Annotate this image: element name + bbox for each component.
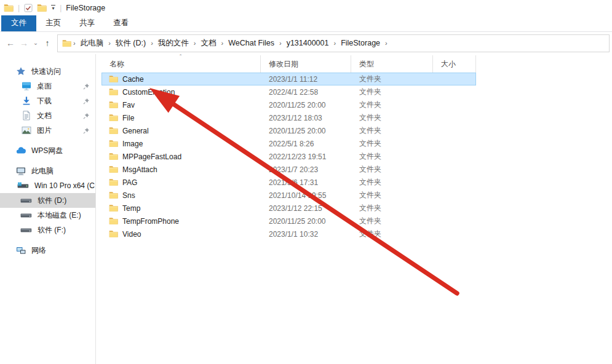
sidebar-item-pictures[interactable]: 图片: [0, 123, 95, 138]
file-list: Cache 2023/1/1 11:12 文件夹 CustomEmotion 2…: [101, 73, 476, 240]
file-row-sns[interactable]: Sns 2021/10/14 19:55 文件夹: [101, 189, 476, 202]
column-header-date[interactable]: 修改日期: [261, 55, 351, 73]
file-type: 文件夹: [351, 229, 433, 239]
file-row-tempfromphone[interactable]: TempFromPhone 2020/11/25 20:00 文件夹: [101, 215, 476, 228]
file-type: 文件夹: [351, 164, 433, 175]
file-name: TempFromPhone: [122, 217, 179, 226]
folder-icon: [109, 127, 118, 135]
file-name: Video: [122, 230, 141, 239]
file-type: 文件夹: [351, 138, 433, 149]
breadcrumb-item[interactable]: 文档: [197, 38, 221, 49]
file-row-general[interactable]: General 2020/11/25 20:00 文件夹: [101, 124, 476, 137]
column-header-type[interactable]: 类型: [351, 55, 433, 73]
file-date: 2020/11/25 20:00: [261, 127, 351, 135]
breadcrumb-item[interactable]: WeChat Files: [224, 39, 279, 47]
folder-icon: [109, 152, 118, 160]
file-row-pag[interactable]: PAG 2021/5/6 17:31 文件夹: [101, 176, 476, 189]
file-date: 2023/1/12 22:15: [261, 204, 351, 213]
tab-home[interactable]: 主页: [36, 15, 70, 31]
file-row-temp[interactable]: Temp 2023/1/12 22:15 文件夹: [101, 202, 476, 215]
file-row-fav[interactable]: Fav 2020/11/25 20:00 文件夹: [101, 98, 476, 111]
sidebar-item-drive-f[interactable]: 软件 (F:): [0, 223, 95, 237]
folder-icon: [109, 114, 118, 122]
cloud-icon: [16, 146, 26, 156]
file-date: 2021/10/14 19:55: [261, 191, 351, 200]
properties-icon[interactable]: [24, 4, 33, 12]
os-drive-icon: [17, 182, 29, 190]
file-date: 2023/1/1 11:12: [261, 75, 351, 84]
separator: |: [60, 4, 62, 12]
file-type: 文件夹: [351, 190, 433, 200]
file-type: 文件夹: [351, 87, 433, 97]
breadcrumb-item[interactable]: 软件 (D:): [111, 38, 150, 49]
download-icon: [22, 96, 31, 106]
file-row-customemotion[interactable]: CustomEmotion 2022/4/1 22:58 文件夹: [101, 85, 476, 98]
folder-icon: [109, 140, 118, 148]
app-folder-icon: [4, 4, 14, 12]
document-icon: [22, 111, 31, 121]
tab-view[interactable]: 查看: [104, 15, 138, 31]
tab-share[interactable]: 共享: [70, 15, 104, 31]
breadcrumb-item[interactable]: FileStorage: [336, 39, 384, 47]
sidebar-item-drive-c[interactable]: Win 10 Pro x64 (C: [0, 178, 95, 193]
up-button[interactable]: ↑: [41, 39, 54, 47]
file-name: Fav: [122, 101, 135, 109]
file-name: CustomEmotion: [122, 88, 175, 97]
file-type: 文件夹: [351, 151, 433, 162]
folder-icon: [109, 165, 118, 173]
breadcrumb-item[interactable]: y131400001: [282, 39, 333, 47]
file-name: Temp: [122, 204, 140, 213]
file-list-pane: ˆ 名称 修改日期 类型 大小 Cache 2023/1/1 11:12 文件夹…: [96, 54, 612, 364]
pin-icon: [83, 113, 90, 119]
file-row-mppagefastload[interactable]: MPPageFastLoad 2022/12/23 19:51 文件夹: [101, 150, 476, 163]
folder-icon: [109, 75, 118, 83]
forward-button[interactable]: →: [17, 39, 31, 47]
file-date: 2022/12/23 19:51: [261, 152, 351, 161]
recent-locations-icon[interactable]: ⌄: [31, 40, 41, 46]
address-folder-icon: [62, 39, 71, 47]
sidebar-item-quick-access[interactable]: 快速访问: [0, 64, 95, 79]
breadcrumb-item[interactable]: 我的文件: [154, 38, 193, 49]
sidebar-item-drive-d[interactable]: 软件 (D:): [0, 193, 95, 208]
folder-icon: [109, 204, 118, 212]
file-date: 2023/1/1 10:32: [261, 230, 351, 239]
column-header-name[interactable]: ˆ 名称: [101, 55, 261, 73]
title-bar: | ▾ | FileStorage: [0, 0, 612, 16]
file-row-file[interactable]: File 2023/1/12 18:03 文件夹: [101, 111, 476, 124]
file-name: Image: [122, 140, 143, 148]
chevron-right-icon: ›: [384, 39, 388, 47]
drive-icon: [20, 212, 32, 220]
file-date: 2023/1/7 20:23: [261, 165, 351, 174]
back-button[interactable]: ←: [4, 39, 17, 47]
separator: |: [18, 4, 20, 12]
file-row-cache[interactable]: Cache 2023/1/1 11:12 文件夹: [101, 73, 476, 85]
new-folder-icon[interactable]: [37, 4, 47, 12]
qat-dropdown-icon[interactable]: ▾: [51, 5, 55, 11]
file-date: 2023/1/12 18:03: [261, 114, 351, 122]
file-row-msgattach[interactable]: MsgAttach 2023/1/7 20:23 文件夹: [101, 163, 476, 176]
file-name: Cache: [122, 75, 144, 84]
column-header-size[interactable]: 大小: [433, 55, 476, 73]
sidebar-item-network[interactable]: 网络: [0, 243, 95, 258]
sidebar-item-this-pc[interactable]: 此电脑: [0, 164, 95, 178]
address-bar[interactable]: › 此电脑 › 软件 (D:) › 我的文件 › 文档 › WeChat Fil…: [57, 34, 610, 52]
breadcrumb-item[interactable]: 此电脑: [76, 38, 108, 49]
sidebar-item-documents[interactable]: 文档: [0, 108, 95, 123]
pin-icon: [83, 83, 90, 90]
sort-ascending-icon: ˆ: [180, 54, 181, 61]
sidebar-item-wps-cloud[interactable]: WPS网盘: [0, 143, 95, 158]
ribbon-tab-bar: 文件 主页 共享 查看: [0, 16, 612, 32]
file-type: 文件夹: [351, 113, 433, 123]
sidebar-item-drive-e[interactable]: 本地磁盘 (E:): [0, 208, 95, 223]
file-row-video[interactable]: Video 2023/1/1 10:32 文件夹: [101, 228, 476, 240]
file-date: 2022/5/1 8:26: [261, 140, 351, 148]
file-date: 2020/11/25 20:00: [261, 217, 351, 226]
file-type: 文件夹: [351, 125, 433, 136]
desktop-icon: [22, 81, 31, 91]
sidebar-item-desktop[interactable]: 桌面: [0, 79, 95, 93]
drive-icon: [20, 197, 32, 205]
file-row-image[interactable]: Image 2022/5/1 8:26 文件夹: [101, 137, 476, 150]
tab-file[interactable]: 文件: [1, 15, 36, 31]
file-date: 2021/5/6 17:31: [261, 178, 351, 187]
sidebar-item-downloads[interactable]: 下载: [0, 93, 95, 108]
